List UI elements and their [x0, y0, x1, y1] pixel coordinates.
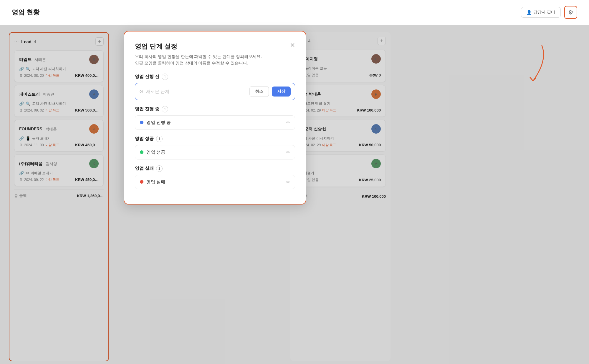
stage-settings-modal: 영업 단계 설정 ✕ 우리 회사의 영업 현황을 한눈에 파악할 수 있는 단계… [124, 31, 306, 205]
section-header: 영업 진행 전 1 [135, 74, 295, 80]
stage-section-success: 영업 성공 1 영업 성공 ✏ [135, 136, 295, 159]
section-count-badge: 1 [162, 106, 168, 112]
save-button[interactable]: 저장 [272, 87, 291, 97]
new-stage-input[interactable] [146, 89, 246, 94]
spinner-icon: ⊙ [139, 89, 143, 94]
section-count-badge: 1 [162, 74, 168, 80]
modal-wrapper: 영업 단계 설정 ✕ 우리 회사의 영업 현황을 한눈에 파악할 수 있는 단계… [124, 31, 306, 205]
status-dot [140, 180, 143, 184]
filter-button[interactable]: 👤 담당자 필터 [521, 7, 561, 18]
person-icon: 👤 [527, 10, 532, 15]
modal-title: 영업 단계 설정 [135, 42, 177, 51]
status-dot [140, 150, 143, 154]
edit-icon[interactable]: ✏ [286, 149, 290, 155]
stage-item-left: 영업 성공 [140, 149, 165, 155]
stage-section-inprogress: 영업 진행 중 1 영업 진행 중 ✏ [135, 106, 295, 130]
stage-item-name: 영업 성공 [146, 149, 165, 155]
section-header: 영업 진행 중 1 [135, 106, 295, 112]
section-header: 영업 성공 1 [135, 136, 295, 142]
section-count-badge: 1 [156, 136, 163, 142]
cancel-button[interactable]: 취소 [249, 86, 269, 97]
stage-item: 영업 실패 ✏ [135, 175, 295, 189]
header-actions: 👤 담당자 필터 ⚙ [521, 6, 577, 19]
header: 영업 현황 👤 담당자 필터 ⚙ [0, 0, 589, 25]
stage-item: 영업 진행 중 ✏ [135, 115, 295, 130]
section-title: 영업 진행 중 [135, 106, 159, 112]
modal-description: 우리 회사의 영업 현황을 한눈에 파악할 수 있는 단계를 정의해보세요. 연… [135, 53, 295, 67]
gear-icon: ⚙ [568, 9, 573, 16]
new-stage-input-row: ⊙ 취소 저장 [135, 83, 295, 100]
section-header: 영업 실패 1 [135, 165, 295, 172]
stage-item: 영업 성공 ✏ [135, 145, 295, 159]
section-title: 영업 성공 [135, 136, 154, 142]
settings-button[interactable]: ⚙ [564, 6, 577, 19]
stage-item-name: 영업 진행 중 [146, 120, 171, 125]
stage-section-fail: 영업 실패 1 영업 실패 ✏ [135, 165, 295, 189]
page-title: 영업 현황 [12, 8, 39, 17]
stage-item-name: 영업 실패 [146, 179, 165, 185]
section-title: 영업 진행 전 [135, 74, 159, 79]
edit-icon[interactable]: ✏ [286, 120, 290, 125]
section-title: 영업 실패 [135, 166, 154, 171]
status-dot [140, 121, 143, 124]
stage-item-left: 영업 실패 [140, 179, 165, 185]
stage-item-left: 영업 진행 중 [140, 120, 171, 125]
modal-header: 영업 단계 설정 ✕ [135, 42, 295, 51]
main-content: ⋯ Lead 4 + 타입드 서태훈 S 🔗 🔍 고 [0, 25, 589, 364]
section-count-badge: 1 [156, 165, 163, 172]
stage-section-before: 영업 진행 전 1 ⊙ 취소 저장 [135, 74, 295, 100]
modal-close-button[interactable]: ✕ [290, 42, 295, 49]
edit-icon[interactable]: ✏ [286, 179, 290, 185]
